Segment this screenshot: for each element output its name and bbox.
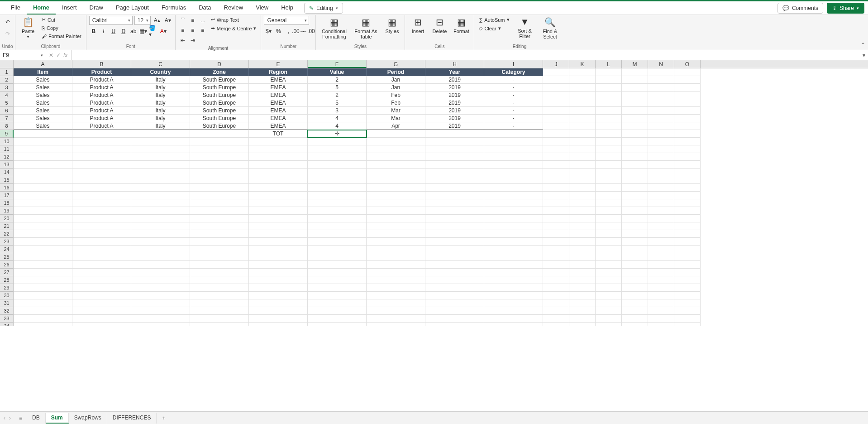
grow-font-button[interactable]: A▴ [153,16,162,25]
cell-A22[interactable] [14,230,72,238]
font-size-select[interactable]: 12 [134,16,151,25]
cell-O17[interactable] [674,192,701,199]
cell-J34[interactable] [543,323,569,326]
cell-B15[interactable] [72,176,131,184]
row-header-5[interactable]: 5 [0,99,14,107]
cell-N10[interactable] [648,138,674,145]
cell-H13[interactable] [425,161,484,169]
cell-L15[interactable] [596,176,622,184]
cell-C7[interactable]: Italy [131,115,190,122]
cell-D3[interactable]: South Europe [190,84,249,92]
cell-I13[interactable] [484,161,543,169]
column-header-O[interactable]: O [674,60,701,68]
cell-L25[interactable] [596,253,622,261]
cell-F5[interactable]: 5 [308,99,367,107]
cell-K17[interactable] [569,192,596,199]
cell-B27[interactable] [72,269,131,276]
cell-K13[interactable] [569,161,596,169]
cell-N29[interactable] [648,284,674,292]
cell-O4[interactable] [674,92,701,99]
cell-O12[interactable] [674,153,701,161]
tab-help[interactable]: Help [275,1,300,14]
cell-B23[interactable] [72,238,131,246]
cell-M19[interactable] [622,207,648,215]
column-header-L[interactable]: L [596,60,622,68]
cell-G22[interactable] [367,230,425,238]
cell-L32[interactable] [596,307,622,315]
cell-F12[interactable] [308,153,367,161]
cell-K3[interactable] [569,84,596,92]
cell-H25[interactable] [425,253,484,261]
cell-B31[interactable] [72,299,131,307]
currency-button[interactable]: $▾ [264,27,273,36]
double-underline-button[interactable]: D [119,27,128,36]
cell-N7[interactable] [648,115,674,122]
cell-B30[interactable] [72,292,131,299]
row-header-32[interactable]: 32 [0,307,14,315]
cell-J20[interactable] [543,215,569,222]
cell-J6[interactable] [543,107,569,115]
cell-C22[interactable] [131,230,190,238]
cell-H15[interactable] [425,176,484,184]
cell-N23[interactable] [648,238,674,246]
cell-C27[interactable] [131,269,190,276]
cell-B32[interactable] [72,307,131,315]
cell-F23[interactable] [308,238,367,246]
row-header-6[interactable]: 6 [0,107,14,115]
cell-F19[interactable] [308,207,367,215]
cell-O1[interactable] [674,68,701,76]
cell-E27[interactable] [249,269,308,276]
cell-K28[interactable] [569,276,596,284]
cell-E25[interactable] [249,253,308,261]
cell-G26[interactable] [367,261,425,269]
cell-F6[interactable]: 3 [308,107,367,115]
cell-G31[interactable] [367,299,425,307]
cell-N26[interactable] [648,261,674,269]
cell-C26[interactable] [131,261,190,269]
row-header-8[interactable]: 8 [0,122,14,130]
cell-C10[interactable] [131,138,190,145]
cell-O23[interactable] [674,238,701,246]
cell-A16[interactable] [14,184,72,192]
underline-button[interactable]: U [109,27,118,36]
cell-E16[interactable] [249,184,308,192]
cell-H30[interactable] [425,292,484,299]
cell-A17[interactable] [14,192,72,199]
cell-O11[interactable] [674,145,701,153]
cell-G5[interactable]: Feb [367,99,425,107]
cell-K34[interactable] [569,323,596,326]
cell-L26[interactable] [596,261,622,269]
cell-G3[interactable]: Jan [367,84,425,92]
cell-D4[interactable]: South Europe [190,92,249,99]
cell-K16[interactable] [569,184,596,192]
cell-O30[interactable] [674,292,701,299]
cell-L17[interactable] [596,192,622,199]
formula-input[interactable] [72,50,860,60]
cell-A20[interactable] [14,215,72,222]
cell-A12[interactable] [14,153,72,161]
cell-E3[interactable]: EMEA [249,84,308,92]
cell-D17[interactable] [190,192,249,199]
cell-N31[interactable] [648,299,674,307]
cell-F29[interactable] [308,284,367,292]
sheet-tab-swaprows[interactable]: SwapRows [69,413,107,424]
tab-draw[interactable]: Draw [83,1,110,14]
row-header-20[interactable]: 20 [0,215,14,222]
cell-I10[interactable] [484,138,543,145]
cell-C6[interactable]: Italy [131,107,190,115]
cell-I26[interactable] [484,261,543,269]
cell-A2[interactable]: Sales [14,76,72,84]
sheet-prev-button[interactable]: ‹ [4,415,5,421]
cut-button[interactable]: ✂Cut [40,16,83,24]
row-header-22[interactable]: 22 [0,230,14,238]
cell-O31[interactable] [674,299,701,307]
cell-A10[interactable] [14,138,72,145]
cell-H18[interactable] [425,199,484,207]
cell-M7[interactable] [622,115,648,122]
select-all-corner[interactable] [0,60,14,68]
cell-M16[interactable] [622,184,648,192]
cell-G19[interactable] [367,207,425,215]
cell-K18[interactable] [569,199,596,207]
cell-C11[interactable] [131,145,190,153]
cell-J9[interactable] [543,130,569,138]
